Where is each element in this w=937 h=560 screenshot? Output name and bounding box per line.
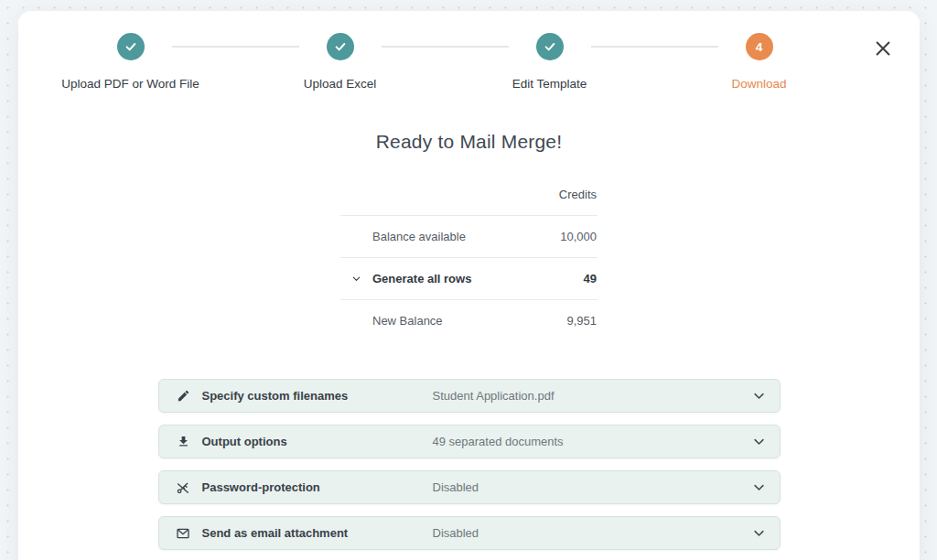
row-value: 49 bbox=[584, 272, 598, 285]
key-off-icon bbox=[176, 479, 191, 495]
accordion-value: Student Application.pdf bbox=[433, 389, 752, 403]
accordion-password-protection[interactable]: Password-protection Disabled bbox=[158, 470, 781, 504]
row-value: 10,000 bbox=[560, 230, 598, 243]
accordion-custom-filenames[interactable]: Specify custom filenames Student Applica… bbox=[158, 379, 781, 413]
row-label: New Balance bbox=[372, 314, 566, 328]
accordion-label: Password-protection bbox=[202, 480, 433, 494]
accordion-label: Send as email attachment bbox=[202, 526, 433, 540]
credits-column-header: Credits bbox=[340, 188, 598, 215]
table-row-balance-available: Balance available 10,000 bbox=[340, 216, 598, 257]
step-label: Upload Excel bbox=[235, 77, 445, 91]
check-icon bbox=[536, 33, 564, 60]
chevron-down-icon[interactable] bbox=[752, 389, 766, 403]
accordion-label: Specify custom filenames bbox=[202, 389, 433, 403]
step-number-badge: 4 bbox=[746, 33, 773, 60]
step-edit-template[interactable]: Edit Template bbox=[445, 33, 654, 91]
accordion-output-options[interactable]: Output options 49 separated documents bbox=[158, 425, 781, 458]
chevron-down-icon[interactable] bbox=[752, 480, 766, 494]
chevron-down-icon[interactable] bbox=[340, 274, 372, 284]
mail-merge-modal: Upload PDF or Word File Upload Excel Edi… bbox=[18, 11, 920, 560]
step-label: Upload PDF or Word File bbox=[26, 77, 235, 91]
close-icon bbox=[873, 38, 893, 59]
chevron-down-icon[interactable] bbox=[752, 435, 766, 448]
step-upload-excel[interactable]: Upload Excel bbox=[235, 33, 445, 91]
check-icon bbox=[327, 33, 354, 60]
step-label: Edit Template bbox=[445, 77, 654, 91]
options-list: Specify custom filenames Student Applica… bbox=[158, 379, 781, 550]
credits-table: Credits Balance available 10,000 Generat… bbox=[340, 188, 598, 341]
close-button[interactable] bbox=[871, 37, 895, 60]
accordion-label: Output options bbox=[202, 435, 433, 448]
envelope-icon bbox=[176, 525, 191, 541]
accordion-value: Disabled bbox=[433, 526, 752, 540]
step-download[interactable]: 4 Download bbox=[654, 33, 864, 91]
row-label: Generate all rows bbox=[372, 272, 584, 285]
accordion-value: Disabled bbox=[433, 480, 752, 494]
row-label: Balance available bbox=[372, 230, 560, 243]
step-label: Download bbox=[654, 77, 864, 91]
pencil-icon bbox=[176, 388, 191, 404]
check-icon bbox=[117, 33, 145, 60]
accordion-email-attachment[interactable]: Send as email attachment Disabled bbox=[158, 516, 781, 550]
row-value: 9,951 bbox=[566, 314, 598, 328]
download-icon bbox=[176, 434, 191, 449]
wizard-stepper: Upload PDF or Word File Upload Excel Edi… bbox=[26, 33, 864, 91]
table-row-new-balance: New Balance 9,951 bbox=[340, 300, 598, 341]
accordion-value: 49 separated documents bbox=[433, 435, 752, 448]
page-title: Ready to Mail Merge! bbox=[18, 131, 920, 153]
chevron-down-icon[interactable] bbox=[752, 526, 766, 540]
step-upload-pdf[interactable]: Upload PDF or Word File bbox=[26, 33, 235, 91]
table-row-generate-all-rows[interactable]: Generate all rows 49 bbox=[340, 258, 598, 299]
